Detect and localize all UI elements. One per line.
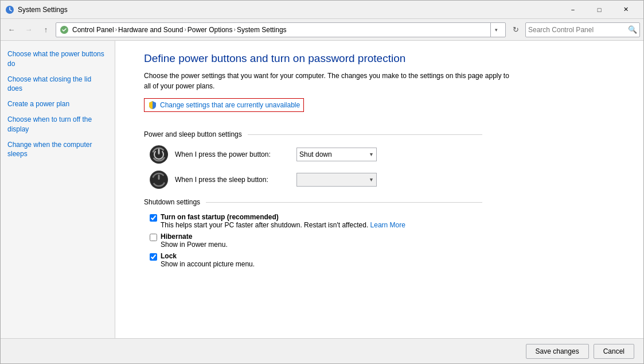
lock-label[interactable]: Lock xyxy=(161,252,255,260)
power-button-value: Shut down xyxy=(299,150,332,158)
power-button-row: When I press the power button: Shut down… xyxy=(144,145,626,164)
power-button-dropdown-arrow: ▼ xyxy=(369,152,374,157)
breadcrumb-hardware-sound[interactable]: Hardware and Sound xyxy=(118,26,183,34)
back-button[interactable]: ← xyxy=(4,22,19,37)
change-settings-text: Change settings that are currently unava… xyxy=(160,101,300,109)
hibernate-label[interactable]: Hibernate xyxy=(161,233,228,241)
content-area: Choose what the power buttons do Choose … xyxy=(1,41,643,338)
sleep-button-dropdown-arrow: ▼ xyxy=(369,177,374,183)
shutdown-settings: Turn on fast startup (recommended) This … xyxy=(144,213,626,268)
forward-button[interactable]: → xyxy=(21,22,36,37)
window-title: System Settings xyxy=(18,6,560,14)
title-bar: System Settings − □ ✕ xyxy=(1,1,643,19)
footer: Save changes Cancel xyxy=(1,338,643,363)
window-icon xyxy=(5,5,14,14)
hibernate-desc: Show in Power menu. xyxy=(161,241,228,249)
minimize-button[interactable]: − xyxy=(560,1,586,19)
lock-checkbox[interactable] xyxy=(150,253,157,261)
shutdown-section-label: Shutdown settings xyxy=(144,198,200,206)
svg-rect-4 xyxy=(158,149,160,154)
maximize-button[interactable]: □ xyxy=(586,1,612,19)
sidebar-item-display-off[interactable]: Choose when to turn off the display xyxy=(1,112,115,137)
hibernate-checkbox[interactable] xyxy=(150,234,157,241)
refresh-button[interactable]: ↻ xyxy=(508,22,523,37)
fast-startup-row: Turn on fast startup (recommended) This … xyxy=(144,213,626,229)
address-bar: Control Panel › Hardware and Sound › Pow… xyxy=(56,22,506,37)
hibernate-row: Hibernate Show in Power menu. xyxy=(144,233,626,249)
page-title: Define power buttons and turn on passwor… xyxy=(144,52,626,65)
sidebar-item-sleep[interactable]: Change when the computer sleeps xyxy=(1,137,115,162)
svg-point-3 xyxy=(153,148,165,161)
system-settings-window: System Settings − □ ✕ ← → ↑ Control Pane… xyxy=(0,0,644,364)
up-button[interactable]: ↑ xyxy=(38,22,53,37)
lock-desc: Show in account picture menu. xyxy=(161,260,255,268)
fast-startup-checkbox[interactable] xyxy=(150,214,157,222)
close-button[interactable]: ✕ xyxy=(612,1,639,19)
lock-row: Lock Show in account picture menu. xyxy=(144,252,626,268)
main-panel: Define power buttons and turn on passwor… xyxy=(115,41,643,338)
hibernate-content: Hibernate Show in Power menu. xyxy=(161,233,228,249)
uac-shield-icon xyxy=(148,100,157,110)
address-dropdown-button[interactable]: ▾ xyxy=(490,22,502,37)
shutdown-section-line xyxy=(206,202,482,203)
breadcrumb-power-options[interactable]: Power Options xyxy=(188,26,233,34)
save-changes-button[interactable]: Save changes xyxy=(526,344,589,359)
search-bar[interactable]: 🔍 xyxy=(525,22,640,37)
window-controls: − □ ✕ xyxy=(560,1,639,19)
fast-startup-label[interactable]: Turn on fast startup (recommended) xyxy=(161,213,405,221)
lock-content: Lock Show in account picture menu. xyxy=(161,252,255,268)
sleep-button-icon xyxy=(150,171,168,189)
power-button-label: When I press the power button: xyxy=(175,150,290,158)
cancel-button[interactable]: Cancel xyxy=(594,344,634,359)
breadcrumb: Control Panel › Hardware and Sound › Pow… xyxy=(60,25,488,34)
svg-rect-7 xyxy=(158,175,160,180)
sidebar: Choose what the power buttons do Choose … xyxy=(1,41,115,338)
breadcrumb-system-settings: System Settings xyxy=(237,26,287,34)
power-button-icon xyxy=(150,145,168,164)
power-sleep-section-label: Power and sleep button settings xyxy=(144,130,242,138)
sidebar-item-power-buttons[interactable]: Choose what the power buttons do xyxy=(1,47,115,72)
shutdown-section-divider: Shutdown settings xyxy=(144,198,482,206)
breadcrumb-control-panel[interactable]: Control Panel xyxy=(72,26,114,34)
power-sleep-section-divider: Power and sleep button settings xyxy=(144,130,482,138)
fast-startup-content: Turn on fast startup (recommended) This … xyxy=(161,213,405,229)
fast-startup-desc: This helps start your PC faster after sh… xyxy=(161,221,405,229)
sleep-button-row: When I press the sleep button: ▼ xyxy=(144,171,626,189)
sleep-button-dropdown[interactable]: ▼ xyxy=(296,173,377,187)
section-line xyxy=(248,134,482,135)
sidebar-item-create-plan[interactable]: Create a power plan xyxy=(1,96,115,112)
navigation-bar: ← → ↑ Control Panel › Hardware and Sound… xyxy=(1,19,643,41)
power-button-dropdown[interactable]: Shut down ▼ xyxy=(296,148,377,161)
learn-more-link[interactable]: Learn More xyxy=(370,221,405,229)
change-settings-link[interactable]: Change settings that are currently unava… xyxy=(144,98,304,112)
search-icon: 🔍 xyxy=(628,25,637,34)
sidebar-item-lid[interactable]: Choose what closing the lid does xyxy=(1,72,115,97)
page-description: Choose the power settings that you want … xyxy=(144,71,511,91)
sleep-button-label: When I press the sleep button: xyxy=(175,176,290,184)
search-input[interactable] xyxy=(528,26,628,34)
